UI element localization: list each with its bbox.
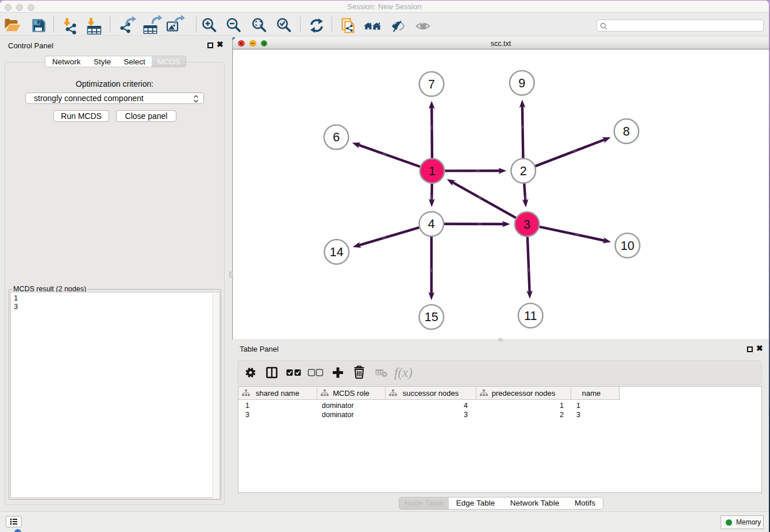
svg-text:7: 7 <box>428 78 435 91</box>
svg-text:2: 2 <box>520 164 527 178</box>
svg-text:10: 10 <box>621 239 634 253</box>
svg-text:15: 15 <box>425 310 438 324</box>
svg-text:f(x): f(x) <box>394 365 413 380</box>
svg-text:9: 9 <box>518 76 525 90</box>
svg-text:6: 6 <box>333 130 340 144</box>
svg-text:3: 3 <box>523 218 530 232</box>
svg-text:14: 14 <box>330 245 344 259</box>
svg-text:1: 1 <box>429 164 436 178</box>
svg-text:8: 8 <box>623 125 630 138</box>
svg-text:11: 11 <box>524 309 537 323</box>
svg-text:4: 4 <box>428 217 435 231</box>
